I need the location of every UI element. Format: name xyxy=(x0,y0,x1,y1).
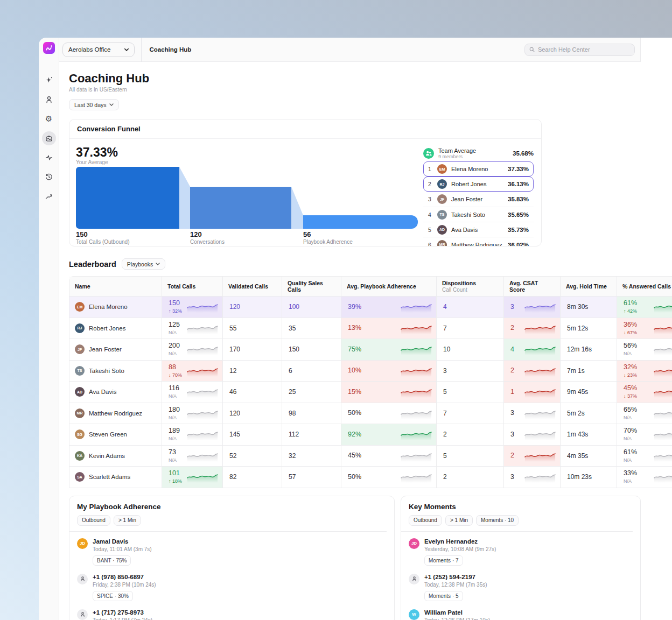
ai-wave-logo-icon xyxy=(45,44,53,52)
filter-chip[interactable]: > 1 Min xyxy=(114,515,141,526)
agent-name: Jean Foster xyxy=(89,346,122,353)
filter-chip[interactable]: Outbound xyxy=(409,515,442,526)
metric-cell: 180N/A xyxy=(162,403,223,424)
call-list-item[interactable]: +1 (252) 594-2197 Today, 12:38 PM (7m 35… xyxy=(409,574,633,601)
sparkline xyxy=(524,471,556,483)
funnel-stage-label: 120Conversations xyxy=(190,230,225,245)
trend-up-icon[interactable] xyxy=(42,189,56,203)
search-placeholder: Search Help Center xyxy=(538,46,590,53)
metric-cell: 3 xyxy=(504,403,561,424)
value-cell: 100 xyxy=(282,296,341,318)
metric-cell: 1 xyxy=(504,381,561,403)
sparkline xyxy=(654,322,672,334)
team-average-label: Team Average xyxy=(438,147,476,154)
playbook-call-list: JD Jamal Davis Today, 11:01 AM (3m 7s) B… xyxy=(69,532,394,620)
coaching-hub-icon[interactable] xyxy=(42,131,56,145)
sparkline xyxy=(654,343,672,355)
call-list-item[interactable]: W William Patel Today, 12:26 PM (17m 10s… xyxy=(409,609,633,620)
value-cell: 12 xyxy=(223,360,282,382)
team-member-row[interactable]: 2 RJ Robert Jones 36.13% xyxy=(423,177,534,192)
avatar: RJ xyxy=(437,179,447,189)
call-list-item[interactable]: +1 (717) 275-8973 Today, 1:17 PM (7m 24s… xyxy=(77,609,387,620)
team-member-row[interactable]: 6 MR Matthew Rodriguez 36.02% xyxy=(423,237,534,246)
call-badge[interactable]: SPICE · 30% xyxy=(93,591,133,601)
sparkline xyxy=(401,301,432,313)
team-member-row[interactable]: 5 AD Ava Davis 35.73% xyxy=(423,222,534,237)
column-header: % Answered Calls xyxy=(617,277,672,296)
caller-name: Jamal Davis xyxy=(93,538,152,545)
agent-name: Scarlett Adams xyxy=(89,474,130,480)
sparkline xyxy=(401,428,432,440)
call-time: Today, 12:38 PM (7m 35s) xyxy=(424,582,487,588)
caller-name: +1 (978) 850-6897 xyxy=(93,574,156,581)
sparkline xyxy=(524,407,556,419)
hold-time-cell: 9m 45s xyxy=(561,381,617,403)
value-cell: 150 xyxy=(282,339,341,360)
call-time: Today, 1:17 PM (7m 24s) xyxy=(93,617,152,620)
value-cell: 6 xyxy=(282,360,341,382)
value-cell: 7 xyxy=(437,403,504,424)
call-list-item[interactable]: +1 (978) 850-6897 Friday, 2:38 PM (10m 2… xyxy=(77,574,387,601)
metric-cell: 125N/A xyxy=(162,318,223,339)
value-cell: 82 xyxy=(223,466,282,488)
workspace-selector[interactable]: Aerolabs Office xyxy=(62,43,135,57)
settings-gear-icon[interactable]: ⚙ xyxy=(42,112,56,126)
date-range-label: Last 30 days xyxy=(74,102,107,108)
sidebar: ⚙ xyxy=(39,38,59,620)
column-header: Avg. Hold Time xyxy=(561,277,617,296)
sparkline xyxy=(654,428,672,440)
name-cell: MR Matthew Rodriguez xyxy=(69,403,162,424)
column-header: Total Calls xyxy=(162,277,223,296)
call-badge[interactable]: Moments · 5 xyxy=(424,591,463,601)
avatar: W xyxy=(409,609,419,620)
avatar: AD xyxy=(437,225,447,235)
ai-sparkle-icon[interactable] xyxy=(42,73,56,87)
header-divider xyxy=(141,38,142,62)
agent-name: Ava Davis xyxy=(89,389,117,395)
metric-cell: 3 xyxy=(504,296,561,318)
sparkline xyxy=(524,450,556,462)
filter-chip[interactable]: > 1 Min xyxy=(445,515,473,526)
filter-chip[interactable]: Outbound xyxy=(77,515,110,526)
column-header: Name xyxy=(69,277,162,296)
date-range-filter[interactable]: Last 30 days xyxy=(69,99,119,110)
call-badge[interactable]: BANT · 75% xyxy=(93,555,131,566)
value-cell: 145 xyxy=(223,424,282,445)
call-badge[interactable]: Moments · 7 xyxy=(424,555,463,566)
metric-cell: 56%N/A xyxy=(617,339,672,360)
avatar: JD xyxy=(409,538,419,549)
name-cell: JF Jean Foster xyxy=(69,339,162,360)
call-list-item[interactable]: JD Evelyn Hernandez Yesterday, 10:08 AM … xyxy=(409,538,633,566)
app-logo[interactable] xyxy=(43,42,55,54)
member-name: Matthew Rodriguez xyxy=(451,242,502,247)
activity-pulse-icon[interactable] xyxy=(42,151,56,165)
value-cell: 112 xyxy=(282,424,341,445)
contacts-icon[interactable] xyxy=(42,93,56,107)
history-clock-icon[interactable] xyxy=(42,170,56,184)
avatar: RJ xyxy=(75,323,85,333)
sparkline xyxy=(401,471,432,483)
sparkline xyxy=(187,301,218,313)
team-people-icon xyxy=(423,148,434,159)
column-header: Avg. Playbook Adherence xyxy=(341,277,437,296)
sparkline xyxy=(187,343,218,355)
metric-cell: 70%N/A xyxy=(617,424,672,445)
sparkline xyxy=(524,343,556,355)
team-member-row[interactable]: 1 EM Elena Moreno 37.33% xyxy=(423,161,534,177)
app-window: ⚙ Aerolabs Office xyxy=(39,38,672,620)
metric-cell: 33%N/A xyxy=(617,466,672,488)
agent-name: Matthew Rodriguez xyxy=(89,410,142,417)
sparkline xyxy=(654,386,672,398)
call-list-item[interactable]: JD Jamal Davis Today, 11:01 AM (3m 7s) B… xyxy=(77,538,387,566)
filter-chip[interactable]: Moments · 10 xyxy=(476,515,519,526)
value-cell: 10 xyxy=(437,339,504,360)
metric-cell: 150↑ 32% xyxy=(162,296,223,318)
playbooks-filter[interactable]: Playbooks xyxy=(122,258,165,270)
team-member-row[interactable]: 4 TS Takeshi Soto 35.65% xyxy=(423,207,534,222)
search-input[interactable]: Search Help Center xyxy=(524,44,635,56)
metric-cell: 13% xyxy=(341,318,437,339)
funnel-card-title: Conversion Funnel xyxy=(69,119,541,139)
metric-cell: 4 xyxy=(504,339,561,360)
team-member-row[interactable]: 3 JF Jean Foster 35.83% xyxy=(423,192,534,207)
sparkline xyxy=(187,471,218,483)
